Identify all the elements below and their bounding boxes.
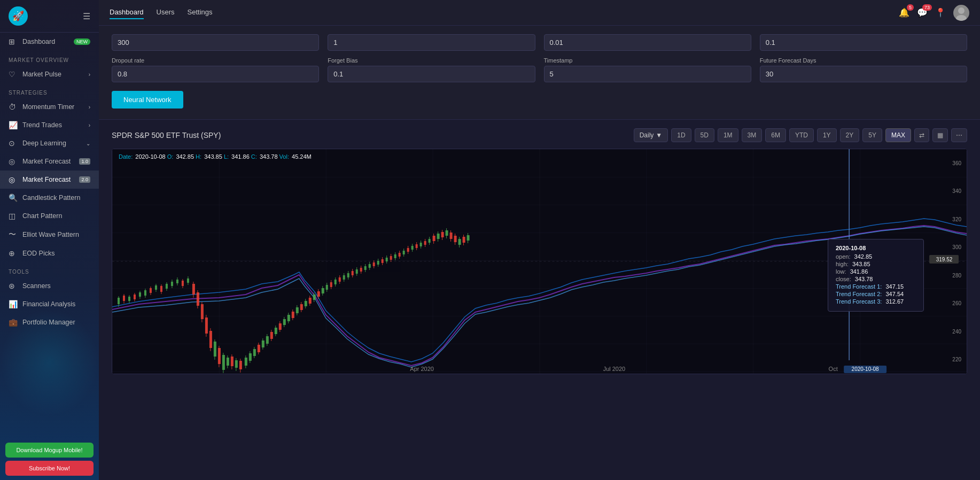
tooltip-high-label: high: bbox=[836, 261, 849, 267]
sidebar-nav: ⊞ Dashboard NEW MARKET OVERVIEW ♡ Market… bbox=[0, 33, 99, 438]
sidebar-bottom: Download Mogup Mobile! Subscribe Now! bbox=[0, 438, 99, 480]
sidebar-item-momentum-timer[interactable]: ⏱ Momentum Timer › bbox=[0, 98, 99, 116]
chart-info-bar: Date: 2020-10-08 O: 342.85 H: 343.85 L: … bbox=[119, 153, 312, 160]
period-btn-3m[interactable]: 3M bbox=[742, 128, 763, 142]
sidebar-item-candlestick-pattern[interactable]: 🔍 Candlestick Pattern bbox=[0, 189, 99, 207]
sidebar-item-elliot-wave[interactable]: 〜 Elliot Wave Pattern bbox=[0, 225, 99, 244]
close-value: 343.78 bbox=[260, 153, 278, 160]
chart-pattern-icon: ◫ bbox=[9, 212, 18, 220]
version-badge: 2.0 bbox=[79, 176, 90, 183]
svg-text:Apr 2020: Apr 2020 bbox=[410, 366, 434, 372]
svg-rect-77 bbox=[287, 315, 290, 321]
sidebar-item-market-pulse[interactable]: ♡ Market Pulse › bbox=[0, 65, 99, 83]
input-dropout-rate[interactable] bbox=[112, 66, 319, 82]
chart-canvas-wrapper: 319.52 Apr 2020 Jul 2020 Oct 2020-10-08 … bbox=[112, 149, 967, 374]
sidebar-item-market-forecast-2[interactable]: ◎ Market Forecast 2.0 bbox=[0, 171, 99, 189]
input-forget-bias[interactable] bbox=[328, 66, 535, 82]
sidebar-item-financial-analysis[interactable]: 📊 Financial Analysis bbox=[0, 295, 99, 313]
period-btn-6m[interactable]: 6M bbox=[765, 128, 786, 142]
neural-network-button[interactable]: Neural Network bbox=[112, 91, 183, 109]
tooltip-high-value: 343.85 bbox=[852, 261, 870, 267]
sidebar-item-market-forecast-1[interactable]: ◎ Market Forecast 1.0 bbox=[0, 152, 99, 171]
timer-icon: ⏱ bbox=[9, 103, 18, 111]
section-label-market-overview: MARKET OVERVIEW bbox=[0, 51, 99, 65]
period-btn-1y[interactable]: 1Y bbox=[817, 128, 837, 142]
period-dropdown-label: Daily bbox=[640, 131, 654, 139]
subscribe-button[interactable]: Subscribe Now! bbox=[5, 461, 94, 476]
period-btn-max[interactable]: MAX bbox=[885, 128, 911, 142]
chart-title: SPDR S&P 500 ETF Trust (SPY) bbox=[112, 131, 221, 140]
low-value: 341.86 bbox=[231, 153, 250, 160]
input-field3[interactable] bbox=[544, 34, 751, 51]
location-button[interactable]: 📍 bbox=[935, 7, 946, 18]
form-section: Dropout rate Forget Bias Timestamp Futur… bbox=[99, 26, 980, 120]
sidebar-item-label: Deep Learning bbox=[22, 140, 86, 147]
form-group-field2 bbox=[328, 34, 535, 51]
tooltip-low-value: 341.86 bbox=[850, 268, 868, 275]
svg-text:240: 240 bbox=[952, 329, 961, 335]
sidebar-item-label: Chart Pattern bbox=[22, 212, 90, 220]
candlestick-icon: 🔍 bbox=[9, 193, 18, 202]
notifications-button[interactable]: 🔔 5 bbox=[899, 7, 909, 18]
period-btn-1d[interactable]: 1D bbox=[671, 128, 691, 142]
low-label: L: bbox=[224, 153, 230, 160]
wave-icon: 〜 bbox=[9, 230, 18, 239]
tooltip-tf2-label: Trend Forecast 2: bbox=[836, 291, 882, 297]
tooltip-tf2: Trend Forecast 2: 347.54 bbox=[836, 291, 916, 297]
sidebar-item-scanners[interactable]: ⊛ Scanners bbox=[0, 277, 99, 295]
sidebar-item-label: Trend Trades bbox=[22, 121, 89, 129]
period-btn-2y[interactable]: 2Y bbox=[840, 128, 860, 142]
section-label-strategies: STRATEGIES bbox=[0, 83, 99, 98]
nav-link-settings[interactable]: Settings bbox=[188, 6, 213, 19]
sidebar-item-label: Dashboard bbox=[22, 38, 71, 45]
forget-label: Forget Bias bbox=[328, 57, 535, 64]
period-dropdown[interactable]: Daily ▼ bbox=[634, 128, 668, 142]
forecast-icon: ◎ bbox=[9, 157, 18, 166]
input-future-forecast-days[interactable] bbox=[760, 66, 967, 82]
close-label: C: bbox=[251, 153, 259, 160]
dropdown-arrow-icon: ▼ bbox=[656, 131, 662, 139]
nav-link-dashboard[interactable]: Dashboard bbox=[110, 6, 144, 19]
nav-link-users[interactable]: Users bbox=[157, 6, 175, 19]
section-label-tools: TOOLS bbox=[0, 262, 99, 277]
input-timestamp[interactable] bbox=[544, 66, 751, 82]
tooltip-low: low: 341.86 bbox=[836, 268, 916, 275]
future-forecast-label: Future Forecast Days bbox=[760, 57, 967, 64]
input-field1[interactable] bbox=[112, 34, 319, 51]
sidebar-item-deep-learning[interactable]: ⊙ Deep Learning ⌄ bbox=[0, 134, 99, 152]
period-btn-5d[interactable]: 5D bbox=[695, 128, 714, 142]
svg-text:2020-10-08: 2020-10-08 bbox=[852, 366, 880, 372]
sidebar-item-eod-picks[interactable]: ⊕ EOD Picks bbox=[0, 244, 99, 262]
more-options-button[interactable]: ⋯ bbox=[951, 128, 967, 142]
period-btn-ytd[interactable]: YTD bbox=[789, 128, 814, 142]
sidebar-item-dashboard[interactable]: ⊞ Dashboard NEW bbox=[0, 33, 99, 51]
sidebar-item-label: Market Forecast bbox=[22, 176, 77, 183]
chart-header: SPDR S&P 500 ETF Trust (SPY) Daily ▼ 1D … bbox=[112, 128, 967, 142]
sidebar-item-trend-trades[interactable]: 📈 Trend Trades › bbox=[0, 116, 99, 134]
user-avatar[interactable] bbox=[953, 5, 969, 21]
input-field4[interactable] bbox=[760, 34, 967, 51]
table-view-button[interactable]: ▦ bbox=[932, 128, 948, 142]
sidebar-item-portfolio-manager[interactable]: 💼 Portfolio Manager bbox=[0, 313, 99, 331]
version-badge: 1.0 bbox=[79, 158, 90, 165]
messages-button[interactable]: 💬 73 bbox=[917, 7, 928, 18]
form-row-2: Dropout rate Forget Bias Timestamp Futur… bbox=[112, 57, 967, 82]
input-field2[interactable] bbox=[328, 34, 535, 51]
period-btn-1m[interactable]: 1M bbox=[718, 128, 738, 142]
messages-badge: 73 bbox=[922, 4, 932, 11]
new-badge: NEW bbox=[74, 38, 90, 45]
timestamp-label: Timestamp bbox=[544, 57, 751, 64]
svg-text:Oct: Oct bbox=[829, 366, 838, 372]
share-chart-button[interactable]: ⇄ bbox=[914, 128, 929, 142]
sidebar: 🚀 ☰ ⊞ Dashboard NEW MARKET OVERVIEW ♡ Ma… bbox=[0, 0, 99, 480]
forecast-icon: ◎ bbox=[9, 175, 18, 184]
svg-text:260: 260 bbox=[952, 300, 961, 306]
vol-label: Vol: bbox=[279, 153, 291, 160]
download-mobile-button[interactable]: Download Mogup Mobile! bbox=[5, 443, 94, 458]
sidebar-item-chart-pattern[interactable]: ◫ Chart Pattern bbox=[0, 207, 99, 225]
hamburger-menu[interactable]: ☰ bbox=[83, 11, 90, 21]
tooltip-tf3: Trend Forecast 3: 312.67 bbox=[836, 298, 916, 305]
portfolio-icon: 💼 bbox=[9, 318, 18, 327]
period-btn-5y[interactable]: 5Y bbox=[862, 128, 882, 142]
form-group-dropout: Dropout rate bbox=[112, 57, 319, 82]
